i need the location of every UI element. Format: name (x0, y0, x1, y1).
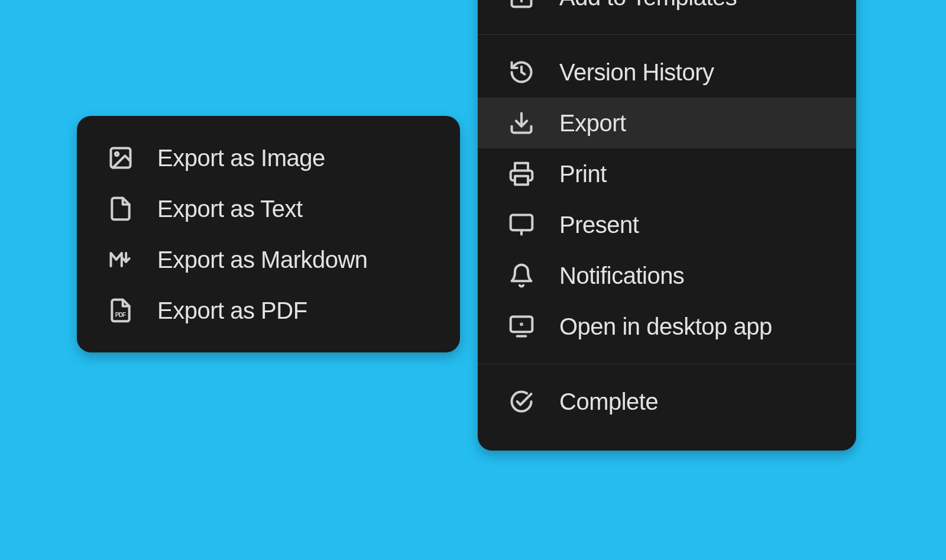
menu-section: Add to Templates (478, 0, 856, 34)
svg-point-14 (521, 323, 522, 325)
menu-item-label: Complete (559, 389, 658, 415)
menu-section: Version History Export Print Present Not… (478, 34, 856, 364)
image-icon (108, 145, 134, 171)
download-icon (508, 110, 534, 136)
svg-point-1 (115, 153, 119, 156)
complete-item[interactable]: Complete (478, 376, 856, 427)
export-submenu: Export as Image Export as Text Export as… (77, 116, 460, 352)
desktop-icon (508, 313, 534, 339)
present-item[interactable]: Present (478, 199, 856, 250)
file-icon (108, 196, 134, 222)
svg-rect-10 (511, 215, 533, 231)
export-as-markdown-item[interactable]: Export as Markdown (77, 234, 460, 285)
open-in-desktop-item[interactable]: Open in desktop app (478, 301, 856, 352)
history-icon (508, 59, 534, 85)
print-icon (508, 161, 534, 187)
menu-item-label: Print (559, 161, 607, 187)
menu-item-label: Present (559, 212, 639, 238)
plus-square-icon (508, 0, 534, 10)
menu-item-label: Notifications (559, 263, 684, 289)
export-as-image-item[interactable]: Export as Image (77, 132, 460, 183)
svg-line-7 (521, 72, 525, 75)
menu-item-label: Export as Image (157, 145, 325, 171)
export-as-text-item[interactable]: Export as Text (77, 183, 460, 234)
menu-section: Complete (478, 364, 856, 439)
menu-item-label: Export as Markdown (157, 247, 368, 273)
monitor-icon (508, 212, 534, 238)
notifications-item[interactable]: Notifications (478, 250, 856, 301)
menu-item-label: Export as Text (157, 196, 303, 222)
add-to-templates-item[interactable]: Add to Templates (478, 0, 856, 22)
export-item[interactable]: Export (478, 98, 856, 148)
menu-item-label: Export (559, 110, 626, 137)
svg-text:PDF: PDF (115, 312, 126, 318)
version-history-item[interactable]: Version History (478, 47, 856, 98)
svg-rect-9 (515, 176, 528, 185)
menu-item-label: Export as PDF (157, 297, 307, 324)
check-circle-icon (508, 389, 534, 415)
menu-item-label: Open in desktop app (559, 313, 772, 340)
bell-icon (508, 263, 534, 289)
pdf-icon: PDF (108, 297, 134, 323)
print-item[interactable]: Print (478, 148, 856, 199)
menu-item-label: Add to Templates (559, 0, 737, 11)
export-as-pdf-item[interactable]: PDF Export as PDF (77, 285, 460, 336)
markdown-icon (108, 247, 134, 273)
main-context-menu: Add to Templates Version History Export … (478, 0, 856, 451)
menu-item-label: Version History (559, 59, 714, 86)
